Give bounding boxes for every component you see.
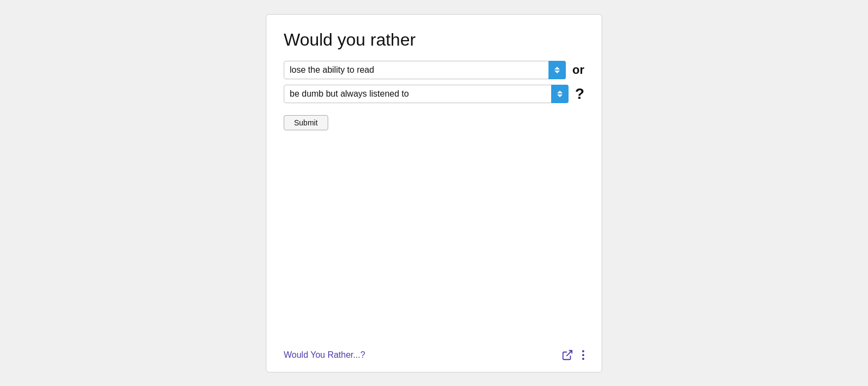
more-options-icon <box>582 350 584 360</box>
external-link-button[interactable] <box>561 349 573 361</box>
footer-title[interactable]: Would You Rather...? <box>284 350 365 360</box>
option1-row: lose the ability to read gain the abilit… <box>284 61 584 79</box>
more-options-button[interactable] <box>582 350 584 360</box>
option1-select[interactable]: lose the ability to read gain the abilit… <box>284 61 566 79</box>
card-title: Would you rather <box>284 30 584 50</box>
question-mark: ? <box>575 85 584 103</box>
submit-button[interactable]: Submit <box>284 115 328 130</box>
main-card: Would you rather lose the ability to rea… <box>266 14 602 372</box>
option2-row: be dumb but always listened to be smart … <box>284 85 584 103</box>
or-label: or <box>572 63 584 77</box>
option2-select[interactable]: be dumb but always listened to be smart … <box>284 85 569 103</box>
svg-line-0 <box>566 350 572 356</box>
external-link-icon <box>561 349 573 361</box>
option2-wrapper: be dumb but always listened to be smart … <box>284 85 569 103</box>
option1-wrapper: lose the ability to read gain the abilit… <box>284 61 566 79</box>
card-footer: Would You Rather...? <box>284 349 584 361</box>
footer-icons <box>561 349 584 361</box>
